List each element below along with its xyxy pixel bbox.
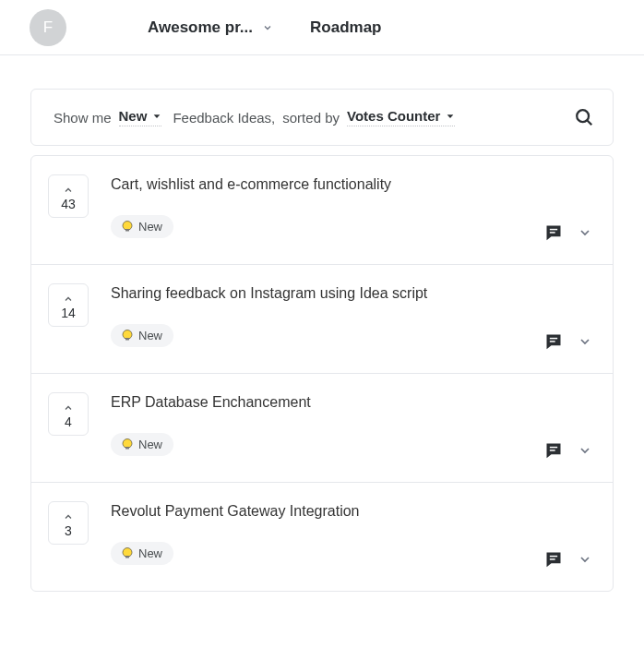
feedback-item: 3 Revolut Payment Gateway Integration Ne… <box>31 483 613 591</box>
item-title[interactable]: Sharing feedback on Instagram using Idea… <box>111 285 592 302</box>
status-badge-label: New <box>138 438 162 451</box>
svg-rect-8 <box>550 338 557 340</box>
item-actions <box>544 441 592 460</box>
chevron-up-icon <box>60 402 77 414</box>
status-badge-label: New <box>138 220 162 234</box>
lightbulb-icon <box>122 547 133 560</box>
lightbulb-icon <box>122 438 133 451</box>
item-actions <box>544 332 592 351</box>
status-badge: New <box>111 324 173 347</box>
svg-rect-9 <box>550 341 555 342</box>
chevron-up-icon <box>60 185 77 196</box>
svg-rect-15 <box>550 558 555 560</box>
chevron-down-icon <box>262 22 273 33</box>
upvote-button[interactable]: 4 <box>48 392 89 436</box>
comments-button[interactable] <box>544 550 563 569</box>
expand-button[interactable] <box>578 443 592 458</box>
item-body: Revolut Payment Gateway Integration New <box>111 501 592 565</box>
vote-count: 14 <box>61 306 76 319</box>
expand-button[interactable] <box>578 334 592 349</box>
svg-rect-11 <box>550 447 557 449</box>
search-button[interactable] <box>574 107 594 127</box>
upvote-button[interactable]: 43 <box>48 174 89 218</box>
badges: New <box>111 324 592 347</box>
item-title[interactable]: ERP Database Enchancement <box>111 394 592 411</box>
project-switcher[interactable]: Awesome pr... <box>148 18 273 37</box>
show-me-label: Show me <box>54 110 112 126</box>
comments-button[interactable] <box>544 223 563 242</box>
item-body: ERP Database Enchancement New <box>111 392 592 456</box>
chevron-up-icon <box>60 511 77 522</box>
lightbulb-icon <box>122 221 133 234</box>
status-badge-label: New <box>138 546 162 560</box>
svg-rect-5 <box>550 229 557 231</box>
svg-rect-6 <box>550 232 555 234</box>
sort-filter-value: Votes Counter <box>347 108 440 124</box>
svg-rect-4 <box>125 229 129 231</box>
svg-marker-0 <box>154 114 161 118</box>
feedback-item: 14 Sharing feedback on Instagram using I… <box>31 265 613 374</box>
roadmap-link[interactable]: Roadmap <box>310 18 381 37</box>
feedback-item: 4 ERP Database Enchancement New <box>31 374 613 483</box>
upvote-button[interactable]: 3 <box>48 501 89 545</box>
feedback-list: 43 Cart, wishlist and e-commerce functio… <box>30 155 614 592</box>
status-filter-value: New <box>119 108 148 124</box>
badges: New <box>111 542 592 565</box>
svg-point-2 <box>577 110 589 122</box>
item-actions <box>544 223 592 242</box>
vote-count: 3 <box>65 524 72 537</box>
status-badge: New <box>111 542 173 565</box>
item-body: Sharing feedback on Instagram using Idea… <box>111 283 592 347</box>
filter-bar: Show me New Feedback Ideas, sorted by Vo… <box>30 89 614 146</box>
svg-marker-1 <box>447 114 454 118</box>
chevron-up-icon <box>60 294 77 305</box>
lightbulb-icon <box>122 330 133 342</box>
item-body: Cart, wishlist and e-commerce functional… <box>111 174 592 238</box>
sort-filter[interactable]: Votes Counter <box>347 108 455 126</box>
avatar-initial: F <box>43 18 53 37</box>
sorted-by-label: sorted by <box>282 110 340 126</box>
expand-button[interactable] <box>578 552 592 567</box>
item-title[interactable]: Revolut Payment Gateway Integration <box>111 503 592 520</box>
expand-button[interactable] <box>578 225 592 240</box>
status-badge: New <box>111 215 173 238</box>
upvote-button[interactable]: 14 <box>48 283 89 327</box>
app-header: F Awesome pr... Roadmap <box>0 0 644 55</box>
comments-button[interactable] <box>544 441 563 460</box>
vote-count: 43 <box>61 198 76 210</box>
type-label: Feedback Ideas, <box>173 110 275 126</box>
svg-rect-13 <box>125 556 129 558</box>
project-name: Awesome pr... <box>148 18 253 37</box>
status-filter[interactable]: New <box>119 108 162 126</box>
item-title[interactable]: Cart, wishlist and e-commerce functional… <box>111 176 592 193</box>
badges: New <box>111 215 592 238</box>
status-badge-label: New <box>138 329 162 342</box>
item-actions <box>544 550 592 569</box>
vote-count: 4 <box>65 415 72 428</box>
svg-rect-14 <box>550 556 557 558</box>
feedback-item: 43 Cart, wishlist and e-commerce functio… <box>31 156 613 265</box>
comments-button[interactable] <box>544 332 563 351</box>
badges: New <box>111 433 592 456</box>
svg-rect-10 <box>125 447 129 449</box>
avatar[interactable]: F <box>30 9 66 46</box>
svg-rect-12 <box>550 450 555 451</box>
svg-line-3 <box>587 120 591 125</box>
svg-rect-7 <box>125 338 129 340</box>
status-badge: New <box>111 433 173 456</box>
